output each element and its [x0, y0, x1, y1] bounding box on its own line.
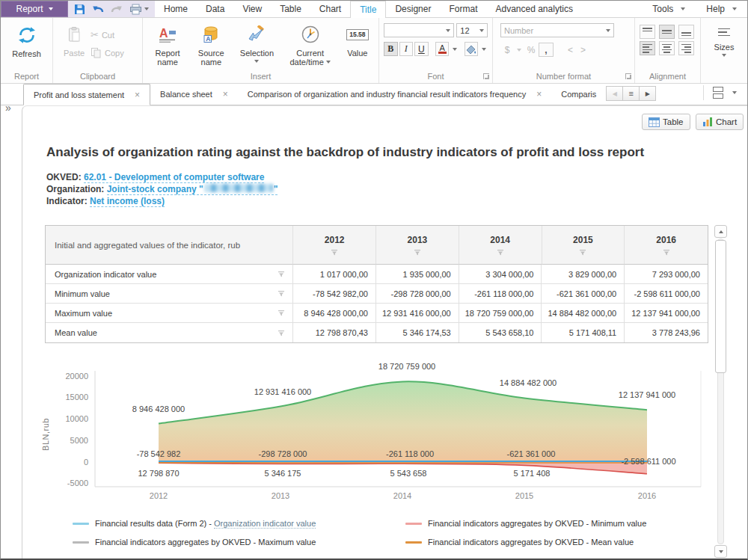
align-middle-button[interactable] [659, 25, 675, 39]
menu-item-table[interactable]: Table [271, 1, 310, 17]
filter-icon[interactable] [497, 249, 504, 256]
table-view-button[interactable]: Table [642, 114, 690, 130]
tab-list-button[interactable]: ≡ [622, 86, 640, 101]
y-axis-tick: 20000 [49, 372, 88, 381]
paste-icon [67, 23, 81, 46]
font-color-dropdown[interactable] [450, 42, 459, 56]
tab-scroll-left-button[interactable]: ◀ [606, 86, 623, 101]
filter-icon[interactable] [331, 249, 338, 256]
filter-icon[interactable] [278, 290, 285, 297]
indicator-link[interactable]: Net income (loss) [90, 196, 165, 207]
filter-icon[interactable] [579, 249, 586, 256]
legend-item-maximum[interactable]: Financial indicators aggregates by OKVED… [73, 538, 405, 547]
number-format-select[interactable]: Number [500, 23, 614, 37]
tab-comparison-frequency[interactable]: Comparison of organization and industry … [238, 84, 551, 105]
scroll-up-button[interactable] [714, 225, 727, 238]
scissors-icon: ✂ [91, 29, 99, 40]
scrollbar-thumb[interactable] [715, 240, 726, 373]
redo-button[interactable] [111, 4, 123, 14]
increase-decimal-button[interactable]: > [577, 43, 589, 57]
font-color-button[interactable]: A [435, 42, 450, 56]
organization-link[interactable]: Joint-stock company "" [107, 184, 278, 195]
menu-item-tools[interactable]: Tools [642, 1, 696, 17]
bold-button[interactable]: B [384, 42, 398, 56]
copy-button[interactable]: Copy [91, 47, 124, 58]
tab-close-icon[interactable]: × [135, 90, 140, 100]
print-dropdown-icon[interactable] [144, 7, 149, 10]
current-datetime-button[interactable]: Current date/time [282, 23, 339, 67]
report-menu-button[interactable]: Report [1, 1, 68, 17]
filter-icon[interactable] [278, 330, 285, 336]
italic-button[interactable]: I [399, 42, 414, 56]
menu-item-data[interactable]: Data [197, 1, 233, 17]
legend-label: Financial results data (Form 2) - Organi… [95, 519, 316, 528]
legend-item-organization[interactable]: Financial results data (Form 2) - Organi… [73, 519, 405, 528]
menu-item-view[interactable]: View [233, 1, 271, 17]
report-name-button[interactable]: A Report name [147, 23, 188, 67]
fill-color-dropdown[interactable] [479, 42, 488, 56]
tab-close-icon[interactable]: × [223, 89, 228, 99]
tab-balance-sheet[interactable]: Balance sheet× [150, 84, 238, 105]
tab-close-icon[interactable]: × [536, 89, 542, 99]
source-name-button[interactable]: A Source name [190, 23, 232, 67]
paste-label: Paste [64, 49, 85, 58]
indicator-table: Initial and aggregated values of the ind… [45, 225, 708, 343]
tab-profit-and-loss[interactable]: Profit and loss statement× [23, 84, 150, 105]
currency-dropdown[interactable] [514, 43, 524, 57]
page-layout-dropdown-icon[interactable] [732, 91, 737, 94]
filter-icon[interactable] [663, 249, 670, 256]
paste-button[interactable]: Paste [58, 23, 91, 58]
filter-icon[interactable] [278, 310, 285, 316]
legend-swatch [405, 541, 422, 544]
table-row: Organization indicator value 1 017 000,0… [46, 265, 708, 284]
okved-link[interactable]: 62.01 - Development of computer software [84, 172, 264, 183]
align-left-button[interactable] [640, 41, 655, 55]
value-button[interactable]: 15.58 Value [340, 23, 375, 67]
refresh-icon [17, 24, 37, 46]
menu-item-advanced-analytics[interactable]: Advanced analytics [486, 1, 581, 17]
menu-item-format[interactable]: Format [440, 1, 486, 17]
menu-item-chart[interactable]: Chart [310, 1, 350, 17]
percent-button[interactable]: % [524, 43, 539, 57]
print-button[interactable] [129, 4, 149, 15]
menu-item-home[interactable]: Home [155, 1, 197, 17]
y-axis-tick: 10000 [49, 414, 88, 423]
sizes-dropdown-icon[interactable] [722, 54, 726, 57]
underline-button[interactable]: U [414, 42, 429, 56]
legend-item-mean[interactable]: Financial indicators aggregates by OKVED… [405, 538, 646, 547]
filter-icon[interactable] [278, 271, 285, 277]
sizes-button[interactable]: Sizes [701, 25, 747, 57]
legend-item-minimum[interactable]: Financial indicators aggregates by OKVED… [405, 519, 646, 528]
selection-dropdown-icon[interactable] [254, 60, 259, 63]
align-center-button[interactable] [659, 41, 675, 55]
scroll-down-button[interactable] [714, 545, 727, 558]
fill-color-button[interactable] [465, 42, 479, 56]
font-size-select[interactable]: 12 [456, 23, 488, 37]
align-bottom-button[interactable] [678, 25, 694, 39]
page-layout-button[interactable] [713, 87, 723, 99]
align-right-button[interactable] [678, 41, 694, 55]
cut-button[interactable]: ✂Cut [91, 29, 124, 40]
menu-item-help[interactable]: Help [696, 1, 747, 17]
menu-item-title[interactable]: Title [350, 1, 386, 18]
thousand-separator-button[interactable]: , [539, 43, 554, 57]
legend-swatch [73, 541, 89, 544]
tab-scroll-right-button[interactable]: ▶ [639, 86, 656, 101]
selection-button[interactable]: Selection [233, 23, 280, 67]
align-top-button[interactable] [640, 25, 655, 39]
undo-button[interactable] [92, 4, 104, 14]
tab-comparison-truncated[interactable]: Comparis [551, 84, 604, 105]
filter-icon[interactable] [414, 249, 421, 256]
refresh-button[interactable]: Refresh [1, 24, 52, 58]
font-family-select[interactable] [384, 23, 454, 37]
currency-button[interactable]: $ [500, 43, 514, 57]
save-button[interactable] [74, 4, 85, 15]
number-format-dialog-launcher[interactable] [625, 73, 631, 79]
menu-item-designer[interactable]: Designer [386, 1, 440, 17]
chart-view-button[interactable]: Chart [696, 114, 744, 130]
group-label-insert: Insert [143, 72, 378, 81]
table-row: Maximum value 8 946 428 000,00 12 931 41… [46, 304, 708, 323]
font-dialog-launcher[interactable] [483, 73, 489, 79]
decrease-decimal-button[interactable]: < [564, 43, 577, 57]
ribbon-group-number-format: Number $ % , < > Number format [493, 18, 635, 83]
